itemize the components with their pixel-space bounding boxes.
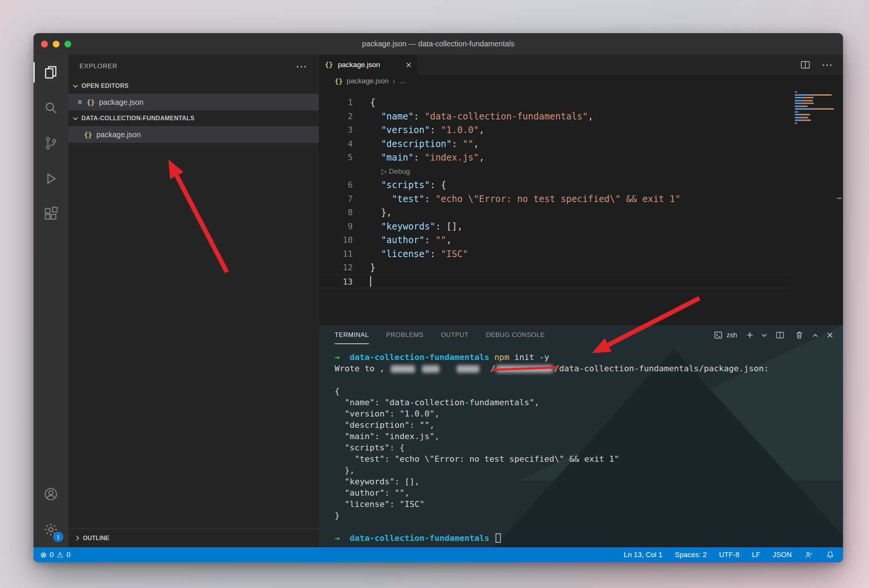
file-item-package-json[interactable]: {} package.json <box>68 126 319 143</box>
terminal-output[interactable]: → data-collection-fundamentals npm init … <box>319 344 843 544</box>
panel-tab-problems[interactable]: PROBLEMS <box>386 326 424 344</box>
terminal-line: "author": "", <box>335 487 843 499</box>
eol-status[interactable]: LF <box>752 551 760 559</box>
split-editor-icon[interactable] <box>800 59 811 70</box>
code-line-1: 1{ <box>319 96 790 110</box>
terminal-line: "description": "", <box>335 420 843 431</box>
json-file-icon: {} <box>87 98 95 106</box>
settings-gear-icon[interactable]: 1 <box>34 512 68 547</box>
explorer-activity-icon[interactable] <box>34 55 68 90</box>
extensions-activity-icon[interactable] <box>34 196 68 232</box>
code-line-7: 7 "test": "echo \"Error: no test specifi… <box>319 192 790 206</box>
editor-cursor <box>370 276 371 287</box>
redacted-text <box>422 365 439 373</box>
close-panel-icon[interactable]: × <box>826 331 833 339</box>
editor-more-actions-icon[interactable]: ⋯ <box>822 58 833 71</box>
explorer-sidebar: EXPLORER ⋯ OPEN EDITORS × {} package.jso… <box>68 55 319 547</box>
panel-tab-terminal[interactable]: TERMINAL <box>335 326 369 344</box>
json-file-icon: {} <box>84 131 92 139</box>
errors-icon: ⊗ <box>40 550 47 559</box>
maximize-panel-icon[interactable] <box>813 334 818 338</box>
close-window-button[interactable] <box>41 41 48 47</box>
language-mode-status[interactable]: JSON <box>773 551 792 559</box>
code-line-6: 6 "scripts": { <box>319 178 790 192</box>
encoding-status[interactable]: UTF-8 <box>719 551 739 559</box>
code-editor[interactable]: 1{2 "name": "data-collection-fundamental… <box>319 87 843 326</box>
panel-tab-output[interactable]: OUTPUT <box>441 326 468 344</box>
breadcrumb-file[interactable]: package.json <box>347 77 389 85</box>
minimap[interactable] <box>795 91 837 128</box>
kill-terminal-icon[interactable] <box>794 330 804 340</box>
accounts-icon[interactable] <box>34 476 68 512</box>
terminal-line: }, <box>335 465 843 476</box>
terminal-line: "name": "data-collection-fundamentals", <box>335 397 843 408</box>
terminal-cursor <box>496 533 501 543</box>
breadcrumb-symbol[interactable]: … <box>399 77 406 85</box>
codelens-row: ▷ Debug <box>319 165 790 179</box>
zoom-window-button[interactable] <box>64 41 71 47</box>
warning-count: 0 <box>66 551 70 559</box>
redacted-text <box>391 365 415 373</box>
terminal-line: → data-collection-fundamentals npm init … <box>335 352 843 363</box>
terminal-line: "version": "1.0.0", <box>335 408 843 420</box>
tab-label: package.json <box>338 61 380 69</box>
explorer-more-actions-icon[interactable]: ⋯ <box>296 63 308 70</box>
activity-bar: 1 <box>34 55 68 547</box>
terminal-line: "test": "echo \"Error: no test specified… <box>335 453 843 465</box>
code-lines: 1{2 "name": "data-collection-fundamental… <box>319 96 790 288</box>
close-editor-icon[interactable]: × <box>77 99 83 106</box>
terminal-line: "main": "index.js", <box>335 431 843 442</box>
code-line-3: 3 "version": "1.0.0", <box>319 123 790 137</box>
minimize-window-button[interactable] <box>53 41 60 47</box>
redacted-text <box>496 365 553 373</box>
shell-name-label: zsh <box>727 331 737 339</box>
warnings-icon: ⚠ <box>57 550 63 559</box>
json-file-icon: {} <box>335 77 343 85</box>
search-activity-icon[interactable] <box>34 90 68 126</box>
terminal-panel: TERMINAL PROBLEMS OUTPUT DEBUG CONSOLE z… <box>319 326 843 547</box>
split-terminal-icon[interactable] <box>775 330 785 340</box>
error-count: 0 <box>50 551 54 559</box>
chevron-right-icon <box>74 536 79 541</box>
terminal-line: } <box>335 510 843 521</box>
notifications-bell-icon[interactable] <box>826 550 835 559</box>
outline-label: OUTLINE <box>83 535 109 542</box>
tab-bar: {} package.json × ⋯ <box>319 55 843 75</box>
open-editor-item-package-json[interactable]: × {} package.json <box>68 94 319 110</box>
terminal-line <box>335 521 843 533</box>
status-bar: ⊗ 0 ⚠ 0 Ln 13, Col 1 Spaces: 2 UTF-8 LF … <box>34 547 843 562</box>
open-editor-label: package.json <box>99 98 144 107</box>
breadcrumb: {} package.json › … <box>319 75 843 87</box>
code-line-4: 4 "description": "", <box>319 137 790 151</box>
terminal-line: "scripts": { <box>335 442 843 453</box>
run-debug-activity-icon[interactable] <box>34 161 68 196</box>
problems-status[interactable]: ⊗ 0 ⚠ 0 <box>40 550 70 559</box>
open-editors-section-header[interactable]: OPEN EDITORS <box>68 78 319 94</box>
json-file-icon: {} <box>325 61 333 69</box>
folder-section-header[interactable]: DATA-COLLECTION-FUNDAMENTALS <box>68 110 319 126</box>
chevron-down-icon <box>73 115 78 120</box>
feedback-icon[interactable] <box>804 550 813 559</box>
code-line-10: 10 "author": "", <box>319 233 790 247</box>
source-control-activity-icon[interactable] <box>34 126 68 161</box>
outline-section-header[interactable]: OUTLINE <box>68 528 319 547</box>
terminal-shell-selector[interactable]: zsh <box>713 330 737 340</box>
window-controls <box>41 33 71 55</box>
titlebar[interactable]: package.json — data-collection-fundament… <box>34 33 843 55</box>
panel-header: TERMINAL PROBLEMS OUTPUT DEBUG CONSOLE z… <box>319 326 843 344</box>
file-item-label: package.json <box>96 130 141 139</box>
terminal-line: "keywords": [], <box>335 476 843 487</box>
new-terminal-button[interactable]: + <box>747 331 753 339</box>
tab-package-json[interactable]: {} package.json × <box>319 55 418 75</box>
indentation-status[interactable]: Spaces: 2 <box>675 551 707 559</box>
terminal-line <box>335 374 843 386</box>
terminal-dropdown-icon[interactable] <box>762 332 767 337</box>
cursor-position-status[interactable]: Ln 13, Col 1 <box>624 551 662 559</box>
redacted-text <box>457 365 479 373</box>
window-title: package.json — data-collection-fundament… <box>362 40 515 48</box>
tab-close-icon[interactable]: × <box>406 61 412 69</box>
overview-ruler-mark <box>837 198 841 199</box>
editor-group: {} package.json × ⋯ {} package.json › … <box>319 55 843 547</box>
panel-tab-debug-console[interactable]: DEBUG CONSOLE <box>486 326 545 344</box>
open-editors-label: OPEN EDITORS <box>81 83 129 89</box>
